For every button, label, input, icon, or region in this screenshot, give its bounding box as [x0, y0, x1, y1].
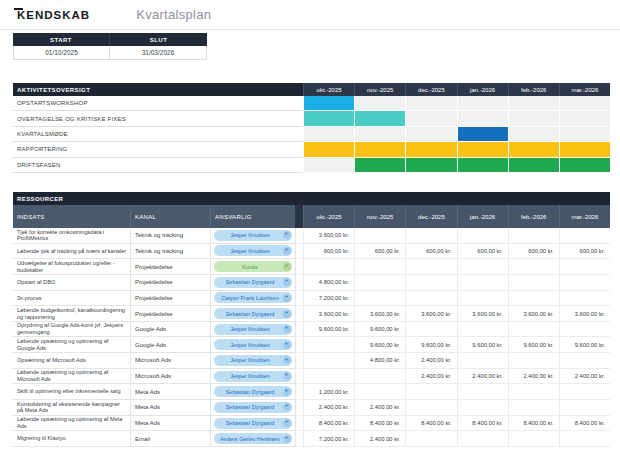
value-cell[interactable]: 600,00 kr. [559, 244, 610, 260]
gantt-bar-cell[interactable] [303, 111, 354, 126]
value-cell[interactable] [457, 228, 508, 244]
gantt-cell[interactable] [559, 127, 610, 142]
activity-label-cell[interactable]: OPSTARTSWORKSHOP [13, 96, 295, 111]
value-cell[interactable] [405, 275, 456, 291]
ansvarlig-dropdown[interactable]: Jesper Knudsen▼ [214, 245, 292, 256]
value-cell[interactable] [559, 275, 610, 291]
value-cell[interactable]: 3.600,00 kr. [559, 306, 610, 322]
value-cell[interactable] [559, 431, 610, 447]
value-cell[interactable]: 3.600,00 kr. [303, 306, 354, 322]
value-cell[interactable] [354, 384, 405, 400]
gantt-bar-cell[interactable] [457, 127, 508, 142]
value-cell[interactable]: 2.400,00 kr. [405, 353, 456, 369]
ansvarlig-dropdown[interactable]: Sebastian Dyrgaard▼ [214, 418, 292, 429]
value-cell[interactable]: 600,00 kr. [508, 244, 559, 260]
value-cell[interactable] [354, 291, 405, 307]
indsats-cell[interactable]: Tjek for korrekte omkostningsdata i Prof… [13, 228, 130, 244]
gantt-bar-cell[interactable] [354, 158, 405, 173]
value-cell[interactable]: 600,00 kr. [405, 244, 456, 260]
gantt-cell[interactable] [354, 96, 405, 111]
gantt-cell[interactable] [405, 127, 456, 142]
indsats-cell[interactable]: Skift til optimering efter inkrementelle… [13, 384, 130, 400]
value-cell[interactable]: 9.600,00 kr. [559, 337, 610, 353]
value-cell[interactable] [508, 353, 559, 369]
value-cell[interactable]: 600,00 kr. [354, 244, 405, 260]
value-cell[interactable] [559, 322, 610, 338]
gantt-bar-cell[interactable] [354, 111, 405, 126]
ansvarlig-dropdown[interactable]: Kunde▼ [214, 261, 292, 272]
value-cell[interactable]: 9.600,00 kr. [457, 337, 508, 353]
value-cell[interactable]: 8.400,00 kr. [354, 416, 405, 432]
indsats-cell[interactable]: Løbende opsætning og optimering af Micro… [13, 369, 130, 385]
value-cell[interactable] [457, 353, 508, 369]
kanal-cell[interactable]: Projektledelse [130, 291, 210, 307]
value-cell[interactable]: 9.600,00 kr. [508, 337, 559, 353]
indsats-cell[interactable]: Oprydning af Google Ads-konti jvf. Jespe… [13, 322, 130, 338]
ansvarlig-dropdown[interactable]: Jesper Knudsen▼ [214, 230, 292, 241]
kanal-cell[interactable]: Google Ads [130, 337, 210, 353]
ansvarlig-dropdown[interactable]: Casper Frank Lauritsen▼ [214, 292, 292, 303]
gantt-cell[interactable] [559, 96, 610, 111]
kanal-cell[interactable]: Google Ads [130, 322, 210, 338]
value-cell[interactable] [405, 431, 456, 447]
indsats-cell[interactable]: Konsolidering af eksisterende kampagner … [13, 400, 130, 416]
activity-label-cell[interactable]: KVARTALSMØDE [13, 127, 295, 142]
value-cell[interactable] [303, 259, 354, 275]
value-cell[interactable]: 3.600,00 kr. [354, 306, 405, 322]
value-cell[interactable] [457, 322, 508, 338]
kanal-cell[interactable]: Microsoft Ads [130, 369, 210, 385]
kanal-cell[interactable]: Email [130, 431, 210, 447]
kanal-cell[interactable]: Teknik og tracking [130, 244, 210, 260]
indsats-cell[interactable]: Løbende opsætning og optimering af Meta … [13, 416, 130, 432]
ansvarlig-dropdown[interactable]: Sebastian Dyrgaard▼ [214, 277, 292, 288]
value-cell[interactable] [559, 400, 610, 416]
value-cell[interactable]: 2.400,00 kr. [354, 431, 405, 447]
activity-label-cell[interactable]: DRIFTSFASEN [13, 158, 295, 173]
value-cell[interactable] [508, 431, 559, 447]
gantt-cell[interactable] [559, 111, 610, 126]
value-cell[interactable]: 3.600,00 kr. [405, 306, 456, 322]
gantt-bar-cell[interactable] [457, 158, 508, 173]
value-cell[interactable] [405, 400, 456, 416]
value-cell[interactable]: 2.400,00 kr. [303, 400, 354, 416]
indsats-cell[interactable]: Opstart af DBO [13, 275, 130, 291]
activity-label-cell[interactable]: RAPPORTERING [13, 142, 295, 157]
value-cell[interactable]: 9.600,00 kr. [405, 337, 456, 353]
value-cell[interactable]: 3.600,00 kr. [457, 306, 508, 322]
value-cell[interactable]: 2.400,00 kr. [508, 369, 559, 385]
ansvarlig-dropdown[interactable]: Jesper Knudsen▼ [214, 339, 292, 350]
value-cell[interactable] [354, 259, 405, 275]
gantt-bar-cell[interactable] [405, 158, 456, 173]
kanal-cell[interactable]: Meta Ads [130, 400, 210, 416]
gantt-bar-cell[interactable] [405, 142, 456, 157]
slut-date-cell[interactable]: 31/03/2026 [110, 46, 207, 60]
value-cell[interactable]: 7.200,00 kr. [303, 291, 354, 307]
gantt-cell[interactable] [405, 111, 456, 126]
value-cell[interactable]: 4.800,00 kr. [354, 353, 405, 369]
value-cell[interactable] [508, 400, 559, 416]
ansvarlig-dropdown[interactable]: Sebastian Dyrgaard▼ [214, 386, 292, 397]
value-cell[interactable] [457, 400, 508, 416]
value-cell[interactable] [559, 353, 610, 369]
gantt-bar-cell[interactable] [508, 158, 559, 173]
ansvarlig-dropdown[interactable]: Jesper Knudsen▼ [214, 355, 292, 366]
value-cell[interactable] [559, 291, 610, 307]
gantt-bar-cell[interactable] [559, 158, 610, 173]
value-cell[interactable]: 3.600,00 kr. [303, 228, 354, 244]
indsats-cell[interactable]: Løbende opsætning og optimering af Googl… [13, 337, 130, 353]
value-cell[interactable]: 2.400,00 kr. [457, 369, 508, 385]
kanal-cell[interactable]: Projektledelse [130, 306, 210, 322]
value-cell[interactable]: 1.200,00 kr. [303, 384, 354, 400]
kanal-cell[interactable]: Meta Ads [130, 416, 210, 432]
value-cell[interactable] [559, 384, 610, 400]
ansvarlig-dropdown[interactable]: Jesper Knudsen▼ [214, 371, 292, 382]
value-cell[interactable] [405, 228, 456, 244]
gantt-bar-cell[interactable] [354, 142, 405, 157]
gantt-cell[interactable] [354, 127, 405, 142]
gantt-cell[interactable] [508, 111, 559, 126]
value-cell[interactable] [559, 228, 610, 244]
value-cell[interactable] [405, 291, 456, 307]
indsats-cell[interactable]: Migrering til Klaviyo [13, 431, 130, 447]
value-cell[interactable]: 2.400,00 kr. [559, 369, 610, 385]
value-cell[interactable] [508, 259, 559, 275]
